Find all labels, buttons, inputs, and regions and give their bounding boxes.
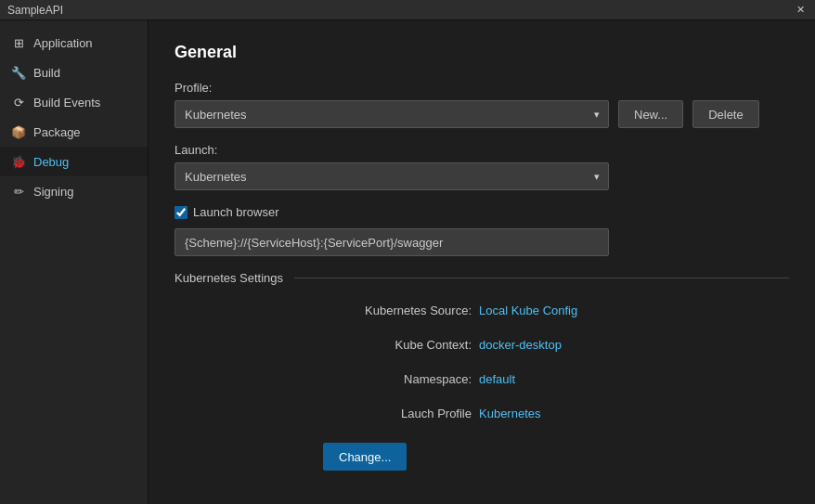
profile-group: Profile: Kubernetes New... Delete xyxy=(175,81,789,128)
launch-browser-label[interactable]: Launch browser xyxy=(193,205,279,219)
kubernetes-settings-title: Kubernetes Settings xyxy=(175,271,283,285)
sidebar-item-label: Debug xyxy=(33,155,69,169)
main-container: ⊞ Application 🔧 Build ⟳ Build Events 📦 P… xyxy=(0,20,815,504)
kube-context-value: docker-desktop xyxy=(479,338,789,352)
profile-select-wrapper: Kubernetes xyxy=(175,100,609,128)
launch-profile-value: Kubernetes xyxy=(479,407,789,420)
launch-profile-key: Lauch Profile xyxy=(323,407,472,420)
debug-icon: 🐞 xyxy=(11,154,26,169)
signing-icon: ✏ xyxy=(11,184,26,199)
sidebar-item-debug[interactable]: 🐞 Debug xyxy=(0,147,148,176)
package-icon: 📦 xyxy=(11,124,26,139)
launch-select[interactable]: Kubernetes xyxy=(175,162,609,190)
title-bar: SampleAPI ✕ xyxy=(0,0,815,20)
profile-select[interactable]: Kubernetes xyxy=(175,100,609,128)
settings-grid: Kubernetes Source: Local Kube Config Kub… xyxy=(323,304,789,420)
k8s-source-key: Kubernetes Source: xyxy=(323,304,472,317)
content-area: General Profile: Kubernetes New... Delet… xyxy=(149,20,815,504)
sidebar-item-signing[interactable]: ✏ Signing xyxy=(0,176,148,206)
page-title: General xyxy=(175,43,789,62)
k8s-source-value: Local Kube Config xyxy=(479,304,789,317)
build-icon: 🔧 xyxy=(11,65,26,80)
sidebar-item-label: Package xyxy=(33,125,81,139)
build-events-icon: ⟳ xyxy=(11,95,26,110)
sidebar-item-label: Build Events xyxy=(33,96,100,110)
sidebar-item-label: Application xyxy=(33,36,93,50)
sidebar-item-label: Signing xyxy=(33,185,73,199)
sidebar-item-build[interactable]: 🔧 Build xyxy=(0,58,148,87)
sidebar: ⊞ Application 🔧 Build ⟳ Build Events 📦 P… xyxy=(0,20,149,504)
kubernetes-settings-header: Kubernetes Settings xyxy=(175,271,789,285)
new-button[interactable]: New... xyxy=(618,100,683,128)
sidebar-item-build-events[interactable]: ⟳ Build Events xyxy=(0,87,148,117)
change-button-container: Change... xyxy=(323,443,789,471)
title-bar-text: SampleAPI xyxy=(7,4,787,17)
url-group xyxy=(175,228,789,256)
url-input[interactable] xyxy=(175,228,609,256)
profile-label: Profile: xyxy=(175,81,789,95)
profile-row: Kubernetes New... Delete xyxy=(175,100,789,128)
launch-group: Launch: Kubernetes xyxy=(175,143,789,190)
launch-browser-row: Launch browser xyxy=(175,205,789,219)
launch-select-wrapper: Kubernetes xyxy=(175,162,609,190)
delete-button[interactable]: Delete xyxy=(692,100,759,128)
namespace-key: Namespace: xyxy=(323,372,472,386)
application-icon: ⊞ xyxy=(11,35,26,50)
section-divider xyxy=(294,278,789,278)
change-button[interactable]: Change... xyxy=(323,443,407,471)
sidebar-item-application[interactable]: ⊞ Application xyxy=(0,28,148,58)
launch-browser-checkbox[interactable] xyxy=(175,206,188,219)
launch-label: Launch: xyxy=(175,143,789,157)
sidebar-item-label: Build xyxy=(33,66,60,80)
namespace-value: default xyxy=(479,372,789,386)
sidebar-item-package[interactable]: 📦 Package xyxy=(0,117,148,147)
close-button[interactable]: ✕ xyxy=(793,3,808,18)
kube-context-key: Kube Context: xyxy=(323,338,472,352)
